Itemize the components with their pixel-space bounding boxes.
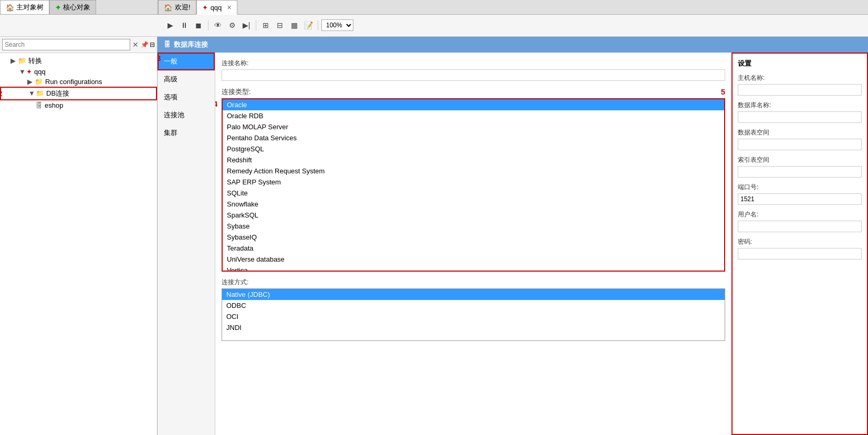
- settings-port-input[interactable]: [738, 193, 862, 205]
- main-objects-icon: 🏠: [6, 4, 14, 12]
- method-odbc[interactable]: ODBC: [222, 300, 725, 311]
- settings-tablespace-input[interactable]: [738, 139, 862, 150]
- settings-username-input[interactable]: [738, 221, 862, 232]
- pause-btn[interactable]: ⏸: [178, 19, 191, 32]
- toolbar-sep-2: [256, 20, 256, 30]
- toolbar: ▶ ⏸ ◼ 👁 ⚙ ▶| ⊞ ⊟ ▦ 📝 50% 75% 100% 125% 1…: [0, 15, 868, 37]
- conn-type-teradata[interactable]: Teradata: [223, 243, 724, 254]
- app-window: 🏠 主对象树 ✦ 核心对象 🏠 欢迎! ✦ qqq ✕ ▶: [0, 0, 868, 435]
- settings-hostname-input[interactable]: [738, 84, 862, 96]
- conn-type-sap[interactable]: SAP ERP System: [223, 177, 724, 188]
- debug-btn[interactable]: ⚙: [226, 19, 238, 32]
- conn-type-snowflake[interactable]: Snowflake: [223, 199, 724, 210]
- badge-4: 4: [215, 99, 217, 108]
- core-objects-icon: ✦: [55, 4, 61, 12]
- connection-type-list[interactable]: Oracle Oracle RDB Palo MOLAP Server Pent…: [222, 98, 725, 272]
- settings-panel: 设置 主机名称: 数据库名称: 数据表空间 索引表空间: [731, 53, 868, 435]
- badge-2: 2: [0, 89, 2, 98]
- settings-dbname-input[interactable]: [738, 111, 862, 123]
- stop-btn[interactable]: ◼: [192, 19, 205, 32]
- search-clear-icon[interactable]: ✕: [132, 40, 139, 49]
- settings-tablespace-label: 数据表空间: [738, 128, 862, 137]
- tab-close-button[interactable]: ✕: [227, 4, 232, 11]
- toggle-run-config[interactable]: ▶: [27, 78, 35, 86]
- conn-name-label: 连接名称:: [222, 59, 725, 68]
- nav-general[interactable]: 一般: [158, 53, 215, 70]
- tree-item-run-config[interactable]: ▶ 📁 Run configurations: [0, 77, 157, 87]
- notes-btn[interactable]: 📝: [302, 19, 315, 32]
- grid-btn[interactable]: ▦: [288, 19, 300, 32]
- method-jndi[interactable]: JNDI: [222, 322, 725, 333]
- conn-type-oracle[interactable]: Oracle: [223, 99, 724, 110]
- pin-icon[interactable]: 📌: [141, 41, 149, 48]
- method-oci[interactable]: OCI: [222, 311, 725, 322]
- conn-type-sybaseiq[interactable]: SybaseIQ: [223, 232, 724, 243]
- nav-advanced[interactable]: 高级: [158, 70, 215, 88]
- nav-pool[interactable]: 连接池: [158, 106, 215, 124]
- tab-core-objects[interactable]: ✦ 核心对象: [49, 0, 96, 14]
- folder-icon: 📁: [18, 57, 26, 65]
- settings-indexspace-label: 索引表空间: [738, 156, 862, 164]
- welcome-icon: 🏠: [164, 4, 172, 12]
- method-native-jdbc[interactable]: Native (JDBC): [222, 289, 725, 300]
- dialog-header-icon: 🗄: [164, 40, 171, 48]
- distribute-btn[interactable]: ⊟: [274, 19, 286, 32]
- conn-name-input[interactable]: [222, 69, 725, 81]
- settings-username: 用户名:: [738, 210, 862, 232]
- nav-cluster[interactable]: 集群: [158, 124, 215, 142]
- tab-qqq[interactable]: ✦ qqq ✕: [196, 0, 238, 15]
- settings-port: 端口号:: [738, 183, 862, 205]
- settings-indexspace-input[interactable]: [738, 166, 862, 178]
- settings-hostname: 主机名称:: [738, 74, 862, 96]
- settings-title: 设置: [738, 59, 862, 68]
- tree-item-db-connect[interactable]: ▼ 📁 DB连接: [0, 87, 157, 100]
- conn-type-postgres[interactable]: PostgreSQL: [223, 143, 724, 154]
- tree-item-eshop[interactable]: 🗄 eshop: [0, 100, 157, 110]
- settings-port-label: 端口号:: [738, 183, 862, 192]
- preview-btn[interactable]: 👁: [212, 19, 224, 32]
- conn-type-oracle-rdb[interactable]: Oracle RDB: [223, 110, 724, 121]
- conn-type-sparksql[interactable]: SparkSQL: [223, 210, 724, 221]
- toggle-db-connect[interactable]: ▼: [28, 89, 36, 97]
- conn-type-sqlite[interactable]: SQLite: [223, 188, 724, 199]
- search-bar: ✕ 📌 ⊟: [0, 37, 157, 53]
- settings-password-label: 密码:: [738, 237, 862, 246]
- settings-password: 密码:: [738, 237, 862, 260]
- settings-indexspace: 索引表空间: [738, 156, 862, 178]
- settings-password-input[interactable]: [738, 248, 862, 260]
- conn-type-label: 连接类型:: [222, 87, 251, 97]
- qqq-icon: ✦: [202, 4, 208, 12]
- main-layout: ✕ 📌 ⊟ ▶ 📁 转换: [0, 37, 868, 435]
- step-btn[interactable]: ▶|: [240, 19, 253, 32]
- conn-name-row: 连接名称:: [222, 59, 725, 81]
- conn-type-palo[interactable]: Palo MOLAP Server: [223, 121, 724, 132]
- search-input[interactable]: [2, 39, 130, 50]
- align-btn[interactable]: ⊞: [259, 19, 272, 32]
- nav-options[interactable]: 选项: [158, 88, 215, 106]
- settings-dbname: 数据库名称:: [738, 101, 862, 123]
- tab-welcome[interactable]: 🏠 欢迎!: [158, 0, 196, 14]
- conn-type-pentaho[interactable]: Pentaho Data Services: [223, 132, 724, 143]
- zoom-select[interactable]: 50% 75% 100% 125% 150%: [321, 19, 353, 31]
- conn-type-remedy[interactable]: Remedy Action Request System: [223, 165, 724, 177]
- conn-type-sybase[interactable]: Sybase: [223, 221, 724, 232]
- toggle-transform[interactable]: ▶: [11, 57, 18, 65]
- tree-item-qqq[interactable]: ▼ ✦ qqq: [0, 67, 157, 77]
- toolbar-sep-3: [318, 20, 318, 30]
- conn-type-vertica[interactable]: Vertica: [223, 265, 724, 272]
- run-config-icon: 📁: [35, 78, 43, 86]
- run-btn[interactable]: ▶: [164, 19, 176, 32]
- tree-item-transform[interactable]: ▶ 📁 转换: [0, 55, 157, 67]
- conn-type-universe[interactable]: UniVerse database: [223, 254, 724, 265]
- conn-method-list[interactable]: Native (JDBC) ODBC OCI JNDI: [222, 288, 725, 341]
- left-panel: ✕ 📌 ⊟ ▶ 📁 转换: [0, 37, 158, 435]
- eshop-icon: 🗄: [36, 101, 43, 109]
- tab-main-objects[interactable]: 🏠 主对象树: [0, 0, 49, 14]
- layout-icon[interactable]: ⊟: [150, 41, 155, 48]
- settings-dbname-label: 数据库名称:: [738, 101, 862, 110]
- toggle-qqq[interactable]: ▼: [19, 68, 26, 76]
- conn-type-redshift[interactable]: Redshift: [223, 154, 724, 165]
- toolbar-sep-1: [208, 20, 208, 30]
- transform-icon: ✦: [26, 68, 32, 76]
- settings-tablespace: 数据表空间: [738, 128, 862, 150]
